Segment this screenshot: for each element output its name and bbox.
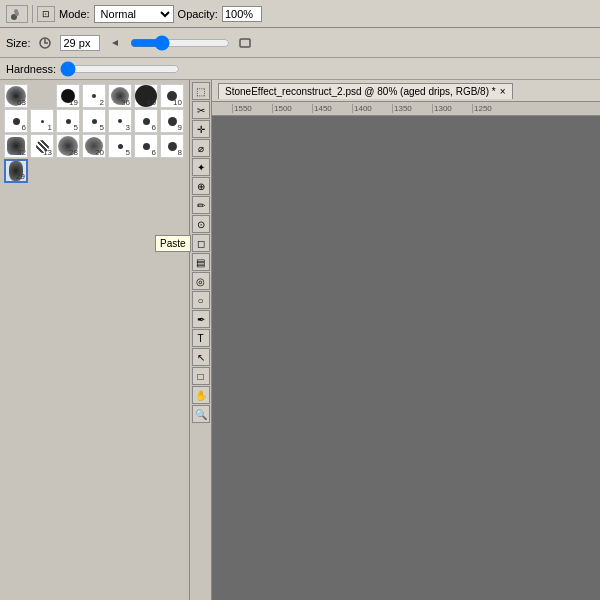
doc-area: StoneEffect_reconstruct_2.psd @ 80% (age… bbox=[212, 80, 600, 600]
opacity-label: Opacity: bbox=[178, 8, 218, 20]
main-area: 63 19 2 36 60 10 bbox=[0, 80, 600, 600]
brush-cell[interactable]: 1 bbox=[30, 109, 54, 133]
brush-tool[interactable]: ✏ bbox=[192, 196, 210, 214]
brush-cell[interactable]: 19 bbox=[56, 84, 80, 108]
brush-cell[interactable]: 5 bbox=[82, 109, 106, 133]
brush-cell[interactable]: 9 bbox=[160, 109, 184, 133]
doc-close-btn[interactable]: × bbox=[500, 86, 506, 97]
brush-cell[interactable]: 5 bbox=[56, 109, 80, 133]
size-arrow-icon[interactable] bbox=[108, 36, 122, 50]
ruler-mark: 1350 bbox=[392, 104, 432, 113]
brush-cell[interactable]: 36 bbox=[108, 84, 132, 108]
brush-cell[interactable]: 6 bbox=[134, 134, 158, 158]
ruler-mark: 1500 bbox=[272, 104, 312, 113]
doc-tab-title: StoneEffect_reconstruct_2.psd @ 80% (age… bbox=[225, 86, 496, 97]
brush-cell[interactable]: 3 bbox=[108, 109, 132, 133]
hand-tool[interactable]: ✋ bbox=[192, 386, 210, 404]
brush-cell[interactable]: 28 bbox=[56, 134, 80, 158]
ruler-mark: 1450 bbox=[312, 104, 352, 113]
size-slider[interactable] bbox=[130, 35, 230, 51]
shape-tool[interactable]: □ bbox=[192, 367, 210, 385]
brush-cell[interactable]: 63 bbox=[4, 84, 28, 108]
ruler-mark: 1250 bbox=[472, 104, 512, 113]
hardness-slider[interactable] bbox=[60, 61, 180, 77]
ruler-mark: 1400 bbox=[352, 104, 392, 113]
stamp-tool[interactable]: ⊙ bbox=[192, 215, 210, 233]
ruler-mark: 1300 bbox=[432, 104, 472, 113]
magic-wand-tool[interactable]: ✦ bbox=[192, 158, 210, 176]
lasso-tool[interactable]: ⌀ bbox=[192, 139, 210, 157]
eyedropper-tool[interactable]: ⊕ bbox=[192, 177, 210, 195]
brush-cell[interactable]: 13 bbox=[30, 134, 54, 158]
brush-cell[interactable]: 6 bbox=[134, 109, 158, 133]
selection-tool[interactable]: ⬚ bbox=[192, 82, 210, 100]
size-input[interactable] bbox=[60, 35, 100, 51]
dodge-tool[interactable]: ○ bbox=[192, 291, 210, 309]
ruler-mark: 1550 bbox=[232, 104, 272, 113]
brush-grid: 63 19 2 36 60 10 bbox=[0, 80, 189, 187]
brush-size-icon: ⊡ bbox=[42, 9, 50, 19]
doc-header: StoneEffect_reconstruct_2.psd @ 80% (age… bbox=[212, 80, 600, 102]
svg-marker-3 bbox=[112, 40, 118, 46]
brush-size-btn[interactable]: ⊡ bbox=[37, 6, 55, 22]
hardness-toolbar: Hardness: bbox=[0, 58, 600, 80]
pen-tool[interactable]: ✒ bbox=[192, 310, 210, 328]
brush-cell[interactable]: 5 bbox=[108, 134, 132, 158]
left-brush-panel: 63 19 2 36 60 10 bbox=[0, 80, 190, 600]
left-tools: ⬚ ✂ ✛ ⌀ ✦ ⊕ ✏ ⊙ ◻ ▤ ◎ ○ ✒ T ↖ □ ✋ 🔍 bbox=[190, 80, 212, 600]
brush-cell[interactable]: 6 bbox=[4, 109, 28, 133]
brush-cell[interactable]: 10 bbox=[160, 84, 184, 108]
brush-cell[interactable]: 20 bbox=[82, 134, 106, 158]
eraser-tool[interactable]: ◻ bbox=[192, 234, 210, 252]
doc-tab[interactable]: StoneEffect_reconstruct_2.psd @ 80% (age… bbox=[218, 83, 513, 99]
brush-cell-selected[interactable]: 29 bbox=[4, 159, 28, 183]
text-tool[interactable]: T bbox=[192, 329, 210, 347]
svg-rect-4 bbox=[240, 39, 250, 47]
ps-header: ⊡ Mode: Normal Opacity: bbox=[0, 0, 600, 28]
brush-size-cycle-icon[interactable] bbox=[38, 36, 52, 50]
gradient-tool[interactable]: ▤ bbox=[192, 253, 210, 271]
ruler-horizontal: 1550 1500 1450 1400 1350 1300 1250 bbox=[212, 102, 600, 116]
brush-cell[interactable]: 2 bbox=[82, 84, 106, 108]
move-tool[interactable]: ✛ bbox=[192, 120, 210, 138]
blur-tool[interactable]: ◎ bbox=[192, 272, 210, 290]
hardness-label: Hardness: bbox=[6, 63, 56, 75]
opacity-input[interactable] bbox=[222, 6, 262, 22]
brush-cell[interactable]: 8 bbox=[160, 134, 184, 158]
size-toolbar: Size: bbox=[0, 28, 600, 58]
brush-tool-btn[interactable] bbox=[6, 5, 28, 23]
path-select-tool[interactable]: ↖ bbox=[192, 348, 210, 366]
zoom-tool[interactable]: 🔍 bbox=[192, 405, 210, 423]
brush-cell[interactable]: 32 bbox=[4, 134, 28, 158]
mode-select[interactable]: Normal bbox=[94, 5, 174, 23]
mode-label: Mode: bbox=[59, 8, 90, 20]
brush-cell[interactable]: 60 bbox=[134, 84, 158, 108]
size-label: Size: bbox=[6, 37, 30, 49]
crop-tool[interactable]: ✂ bbox=[192, 101, 210, 119]
size-toggle-icon[interactable] bbox=[238, 36, 252, 50]
paste-tooltip: Paste bbox=[155, 235, 191, 252]
